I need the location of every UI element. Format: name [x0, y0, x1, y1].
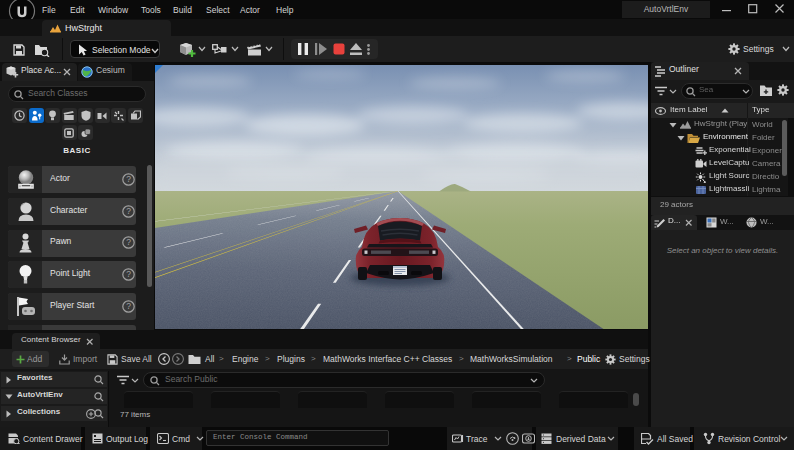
svg-text:?: ? [126, 269, 131, 279]
svg-text:?: ? [126, 206, 131, 216]
svg-text:?: ? [126, 237, 131, 247]
svg-text:?: ? [126, 301, 131, 311]
svg-text:?: ? [126, 174, 131, 184]
